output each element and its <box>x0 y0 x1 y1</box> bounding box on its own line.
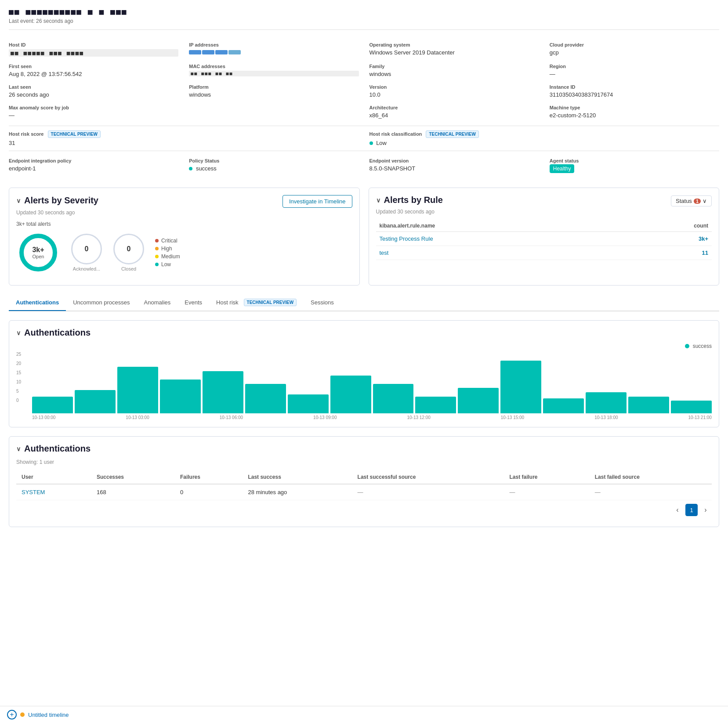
legend-low-dot <box>155 263 159 266</box>
bar <box>117 367 158 413</box>
user-cell[interactable]: SYSTEM <box>16 484 91 500</box>
prev-page-button[interactable]: ‹ <box>671 504 684 516</box>
donut-chart: 3k+ Open <box>16 231 60 275</box>
severity-updated: Updated 30 seconds ago <box>16 210 352 216</box>
endpoint-policy-item: Endpoint integration policy endpoint-1 <box>9 158 178 172</box>
first-seen-value: Aug 8, 2022 @ 13:57:56.542 <box>9 71 178 77</box>
col-last-failure: Last failure <box>504 470 590 484</box>
mac-value: ■■ ■■■ ■■ ■■ <box>189 71 359 76</box>
last-failure-cell: — <box>504 484 590 500</box>
rule-table: kibana.alert.rule.name count Testing Pro… <box>376 220 712 260</box>
status-filter-chevron: ∨ <box>703 198 707 204</box>
col-successes: Successes <box>91 470 175 484</box>
architecture-label: Architecture <box>369 105 539 110</box>
closed-ring: 0 <box>113 234 144 264</box>
host-title-text: ■■ ■■■■■■■■■■ ■ ■ ■■■ <box>9 7 127 16</box>
platform-label: Platform <box>189 84 359 90</box>
rule-name-cell[interactable]: test <box>376 246 627 260</box>
col-last-success: Last success <box>243 470 352 484</box>
machine-type-label: Machine type <box>550 105 719 110</box>
auth-table-header: User Successes Failures Last success Las… <box>16 470 712 484</box>
y-axis: 25 20 15 10 5 0 <box>16 352 21 403</box>
risk-row: Host risk score TECHNICAL PREVIEW 31 Hos… <box>9 126 719 151</box>
status-filter-button[interactable]: Status 1 ∨ <box>671 195 712 206</box>
rule-chevron-icon[interactable]: ∨ <box>376 197 380 204</box>
agent-status-label: Agent status <box>550 158 719 163</box>
mac-item: MAC addresses ■■ ■■■ ■■ ■■ <box>189 64 359 77</box>
table-row: Testing Process Rule 3k+ <box>376 232 712 246</box>
bar-chart <box>32 361 712 413</box>
region-value: — <box>550 71 719 77</box>
severity-card-header: ∨ Alerts by Severity Investigate in Time… <box>16 195 352 208</box>
max-anomaly-label: Max anomaly score by job <box>9 105 178 110</box>
col-failures: Failures <box>175 470 243 484</box>
endpoint-version-label: Endpoint version <box>369 158 539 163</box>
instance-id-item: Instance ID 31103503403837917674 <box>550 84 719 98</box>
ip-value <box>189 49 359 56</box>
auth-chart-title: ∨ Authentications <box>16 328 712 338</box>
status-circles: 0 Acknowled... 0 Closed <box>69 234 146 271</box>
investigate-timeline-button[interactable]: Investigate in Timeline <box>283 195 352 208</box>
tab-sessions[interactable]: Sessions <box>304 295 341 311</box>
table-row: SYSTEM 168 0 28 minutes ago — — — <box>16 484 712 500</box>
host-id-item: Host ID ■■ ■■■■■ ■■■ ■■■■ <box>9 42 178 57</box>
acknowledged-num: 0 <box>85 245 89 253</box>
legend-medium: Medium <box>155 253 180 260</box>
col-last-failed-source: Last failed source <box>590 470 712 484</box>
rule-name-cell[interactable]: Testing Process Rule <box>376 232 627 246</box>
host-risk-classification-label: Host risk classification TECHNICAL PREVI… <box>369 130 720 138</box>
rule-col-name: kibana.alert.rule.name <box>376 220 627 232</box>
bar <box>373 384 414 413</box>
bar <box>543 398 584 413</box>
host-risk-score-value: 31 <box>9 140 359 146</box>
policy-grid: Endpoint integration policy endpoint-1 P… <box>9 151 719 179</box>
platform-item: Platform windows <box>189 84 359 98</box>
bar <box>415 397 456 413</box>
closed-num: 0 <box>127 245 131 253</box>
successes-cell: 168 <box>91 484 175 500</box>
tabs-bar: Authentications Uncommon processes Anoma… <box>9 294 719 311</box>
table-row: test 11 <box>376 246 712 260</box>
host-risk-classification-item: Host risk classification TECHNICAL PREVI… <box>369 130 720 146</box>
auth-chart-chevron[interactable]: ∨ <box>16 329 21 336</box>
acknowledged-ring: 0 <box>71 234 102 264</box>
os-label: Operating system <box>369 42 539 47</box>
agent-status-badge: Healthy <box>550 164 575 173</box>
donut-num: 3k+ <box>32 246 44 254</box>
auth-table-body: SYSTEM 168 0 28 minutes ago — — — <box>16 484 712 500</box>
tab-host-risk[interactable]: Host risk TECHNICAL PREVIEW <box>209 294 304 311</box>
ip-item: IP addresses <box>189 42 359 57</box>
rule-count-cell: 11 <box>627 246 712 260</box>
auth-data-table: User Successes Failures Last success Las… <box>16 470 712 500</box>
host-header: ■■ ■■■■■■■■■■ ■ ■ ■■■ Last event: 26 sec… <box>9 7 719 24</box>
tab-authentications[interactable]: Authentications <box>9 295 66 311</box>
endpoint-policy-value: endpoint-1 <box>9 165 178 172</box>
policy-status-value: success <box>189 165 359 172</box>
max-anomaly-item: Max anomaly score by job — <box>9 105 178 119</box>
first-seen-label: First seen <box>9 64 178 69</box>
alerts-by-rule-card: ∨ Alerts by Rule Status 1 ∨ Updated 30 s… <box>369 188 720 286</box>
legend-low: Low <box>155 261 180 268</box>
legend-critical: Critical <box>155 238 180 244</box>
tab-uncommon-processes[interactable]: Uncommon processes <box>66 295 137 311</box>
last-seen-value: 26 seconds ago <box>9 91 178 98</box>
max-anomaly-value: — <box>9 112 178 119</box>
alerts-section: ∨ Alerts by Severity Investigate in Time… <box>9 188 719 286</box>
bar <box>671 401 712 413</box>
auth-table-chevron[interactable]: ∨ <box>16 445 21 452</box>
next-page-button[interactable]: › <box>699 504 712 516</box>
instance-id-label: Instance ID <box>550 84 719 90</box>
page-1-button[interactable]: 1 <box>685 504 698 516</box>
pagination: ‹ 1 › <box>16 500 712 520</box>
machine-type-value: e2-custom-2-5120 <box>550 112 719 119</box>
cloud-provider-value: gcp <box>550 49 719 56</box>
os-item: Operating system Windows Server 2019 Dat… <box>369 42 539 57</box>
bar <box>458 388 499 413</box>
severity-chevron-icon[interactable]: ∨ <box>16 197 21 204</box>
bar <box>203 371 243 413</box>
tab-events[interactable]: Events <box>177 295 209 311</box>
policy-status-item: Policy Status success <box>189 158 359 172</box>
instance-id-value: 31103503403837917674 <box>550 91 719 98</box>
bar <box>628 397 669 413</box>
tab-anomalies[interactable]: Anomalies <box>137 295 178 311</box>
